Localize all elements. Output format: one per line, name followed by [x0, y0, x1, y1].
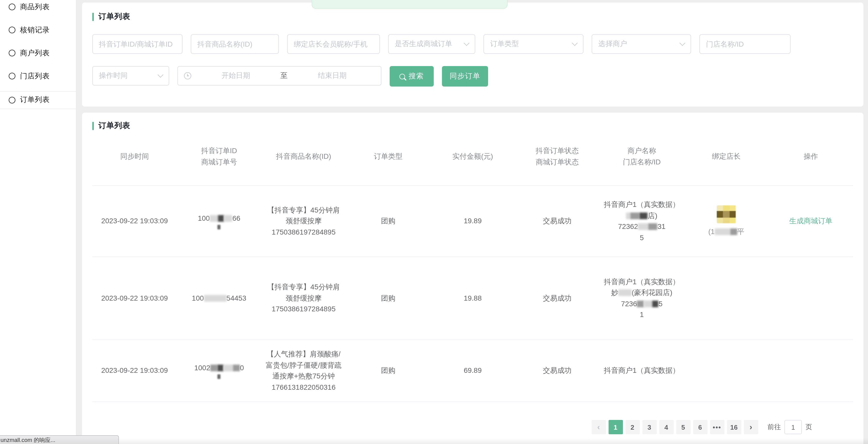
- page-button-4[interactable]: 4: [659, 420, 674, 434]
- col-product: 抖音商品名称(ID): [261, 141, 346, 185]
- sidebar-item-merchants[interactable]: 商户列表: [0, 41, 76, 65]
- manager-avatar: [717, 205, 736, 223]
- bottom-scroll-fade: [76, 438, 868, 444]
- chevron-down-icon: [464, 40, 470, 46]
- redacted-block: [218, 375, 221, 379]
- redacted-block: [626, 212, 630, 219]
- next-page-button[interactable]: ›: [744, 420, 758, 434]
- cell-order-type: 团购: [346, 362, 430, 379]
- cell-manager: [684, 368, 769, 374]
- sync-orders-button[interactable]: 同步订单: [442, 66, 488, 87]
- filter-section-title: 订单列表: [92, 12, 130, 22]
- col-order-ids: 抖音订单ID商城订单号: [177, 141, 261, 185]
- page-button-2[interactable]: 2: [625, 420, 640, 434]
- cell-status: 交易成功: [515, 362, 599, 379]
- cell-order-id: 10054453: [177, 290, 261, 307]
- order-type-select[interactable]: 订单类型: [484, 34, 584, 54]
- cell-status: 交易成功: [515, 213, 599, 230]
- chevron-down-icon: [572, 40, 578, 46]
- select-placeholder: 订单类型: [490, 39, 519, 49]
- sidebar-item-orders[interactable]: 订单列表: [0, 91, 76, 109]
- col-amount: 实付金额(元): [430, 141, 515, 185]
- sidebar: 商品列表 核销记录 商户列表 门店列表 订单列表: [0, 0, 76, 444]
- col-merchant: 商户名称门店名称/ID: [599, 141, 684, 185]
- date-range-picker[interactable]: 开始日期 至 结束日期: [177, 66, 381, 86]
- cell-manager: [684, 295, 769, 301]
- sidebar-item-stores[interactable]: 门店列表: [0, 65, 76, 88]
- order-id-input[interactable]: [92, 34, 183, 54]
- select-placeholder: 选择商户: [598, 39, 627, 49]
- redacted-block: [210, 215, 218, 222]
- cell-merchant: 抖音商户1（真实数据）: [599, 362, 684, 379]
- cell-product: 【抖音专享】45分钟肩颈舒缓按摩 1750386197284895: [261, 202, 346, 241]
- title-accent-bar: [92, 12, 94, 21]
- sidebar-item-verification[interactable]: 核销记录: [0, 19, 76, 41]
- cell-sync-time: 2023-09-22 19:03:09: [92, 362, 177, 379]
- redacted-block: [637, 300, 644, 307]
- more-pages-button[interactable]: •••: [710, 420, 724, 434]
- sidebar-item-label: 门店列表: [20, 71, 50, 81]
- redacted-block: [644, 300, 652, 307]
- orders-table: 同步时间 抖音订单ID商城订单号 抖音商品名称(ID) 订单类型 实付金额(元)…: [92, 141, 853, 402]
- table-section-title: 订单列表: [92, 121, 130, 131]
- product-name-input[interactable]: [191, 34, 279, 54]
- select-placeholder: 操作时间: [99, 71, 128, 80]
- order-filter-card: 订单列表 是否生成商城订单 订单类型 选择商户 操作时间: [82, 3, 863, 106]
- circle-icon: [9, 27, 16, 33]
- chevron-down-icon: [158, 72, 163, 78]
- redacted-block: [218, 215, 224, 222]
- sidebar-item-label: 商品列表: [20, 2, 50, 11]
- redacted-block: [630, 212, 640, 219]
- end-date-placeholder: 结束日期: [290, 71, 375, 80]
- manager-nickname-input[interactable]: [287, 34, 380, 54]
- chevron-down-icon: [680, 40, 685, 46]
- cell-order-id: 10020: [177, 360, 261, 382]
- prev-page-button[interactable]: ‹: [591, 420, 606, 434]
- title-accent-bar: [92, 122, 94, 130]
- admin-order-page: 商品列表 核销记录 商户列表 门店列表 订单列表 订单列表: [0, 0, 868, 444]
- cell-amount: 19.88: [430, 290, 515, 307]
- cell-action: [769, 368, 853, 374]
- search-button[interactable]: 搜索: [390, 66, 434, 87]
- page-button-3[interactable]: 3: [642, 420, 656, 434]
- generate-mall-order-link[interactable]: 生成商城订单: [789, 217, 832, 225]
- redacted-block: [224, 215, 232, 222]
- circle-icon: [9, 73, 16, 79]
- page-button-16[interactable]: 16: [727, 420, 741, 434]
- redacted-block: [730, 229, 737, 235]
- sidebar-item-products[interactable]: 商品列表: [0, 0, 76, 19]
- success-toast-fragment: [312, 0, 507, 9]
- redacted-block: [640, 212, 648, 219]
- page-button-1[interactable]: 1: [608, 420, 623, 434]
- page-button-6[interactable]: 6: [693, 420, 707, 434]
- jump-page-input[interactable]: [784, 420, 802, 434]
- sidebar-item-label: 订单列表: [20, 95, 50, 104]
- select-placeholder: 是否生成商城订单: [395, 39, 452, 49]
- col-status: 抖音订单状态商城订单状态: [515, 141, 599, 185]
- browser-status-text: unzmall.com 的响应...: [1, 436, 55, 444]
- redacted-block: [223, 365, 233, 371]
- page-jumper: 前往 页: [768, 420, 812, 434]
- circle-icon: [9, 97, 16, 103]
- generated-order-select[interactable]: 是否生成商城订单: [388, 34, 475, 54]
- cell-merchant: 抖音商户1（真实数据） 妙(豪利花园店) 72365 1: [599, 273, 684, 323]
- operation-time-select[interactable]: 操作时间: [92, 66, 169, 86]
- sync-button-label: 同步订单: [450, 72, 480, 81]
- filter-form: 是否生成商城订单 订单类型 选择商户 操作时间 开始日期 至 结束日期: [92, 34, 853, 87]
- merchant-select[interactable]: 选择商户: [592, 34, 691, 54]
- store-name-input[interactable]: [699, 34, 790, 54]
- redacted-block: [218, 225, 221, 230]
- table-row: 2023-09-22 19:03:09 10020 【人气推荐】肩颈酸痛/富贵包…: [92, 340, 853, 402]
- page-button-5[interactable]: 5: [676, 420, 690, 434]
- cell-manager: (1平: [684, 202, 769, 240]
- browser-status-bubble: unzmall.com 的响应...: [0, 435, 119, 444]
- search-button-label: 搜索: [409, 72, 424, 81]
- cell-product: 【人气推荐】肩颈酸痛/富贵包/脖子僵硬/腰背疏通按摩+热敷75分钟 176613…: [261, 346, 346, 396]
- redacted-block: [638, 223, 648, 230]
- redacted-block: [210, 365, 217, 371]
- sidebar-item-label: 商户列表: [20, 48, 50, 58]
- cell-amount: 69.89: [430, 362, 515, 379]
- cell-order-type: 团购: [346, 213, 430, 230]
- table-row: 2023-09-22 19:03:09 10066 【抖音专享】45分钟肩颈舒缓…: [92, 186, 853, 257]
- filter-title-text: 订单列表: [98, 12, 130, 22]
